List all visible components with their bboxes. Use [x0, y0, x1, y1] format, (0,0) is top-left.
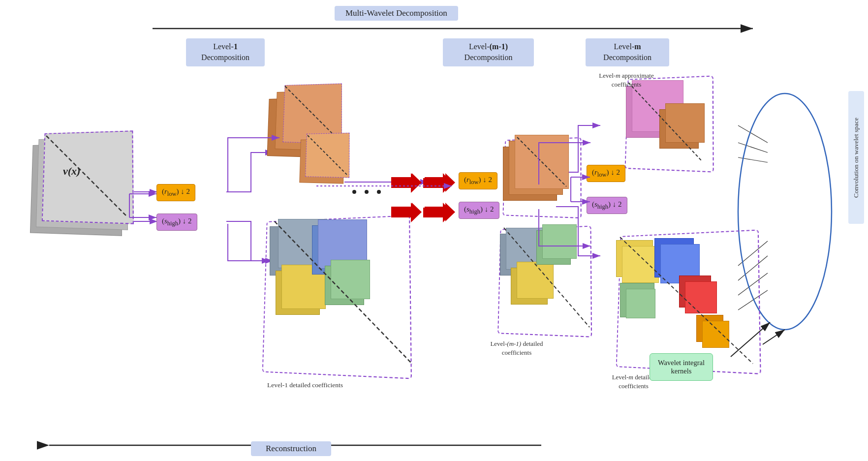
lm-detail-orange2 [702, 321, 729, 348]
bottom-reconstruction-label: Reconstruction [251, 441, 331, 456]
lm-approx-label: Level-m approximatecoefficients [585, 71, 668, 89]
svg-line-17 [738, 143, 768, 153]
svg-marker-29 [391, 173, 422, 192]
lm1-detail-yellow2 [517, 262, 554, 299]
svg-marker-32 [425, 203, 455, 221]
vx-label: v(x) [63, 165, 80, 178]
levelm1-label: Level-(m-1)Decomposition [443, 38, 534, 66]
svg-marker-30 [425, 173, 455, 192]
lm-detail-yellow2 [622, 246, 659, 283]
svg-marker-12 [391, 173, 421, 193]
l1-detail-green2 [331, 260, 370, 299]
levelm1-label-text: Level-(m-1)Decomposition [465, 42, 513, 61]
svg-point-9 [365, 190, 369, 194]
input-layer-front [42, 130, 134, 224]
filter-shigh1: (shigh) ↓ 2 [156, 214, 197, 231]
lm1-approx-front [515, 135, 569, 189]
top-decomposition-label: Multi-Wavelet Decomposition [335, 6, 458, 21]
svg-line-16 [738, 125, 768, 143]
svg-line-18 [738, 157, 768, 162]
diagram-container: Multi-Wavelet Decomposition Level-1Decom… [0, 0, 868, 461]
svg-point-8 [352, 190, 356, 194]
svg-marker-15 [423, 203, 453, 222]
levelm-label: Level-mDecomposition [586, 38, 669, 66]
filter-rlow-m: (rlow) ↓ 2 [587, 165, 625, 182]
kernels-box: Wavelet integralkernels [650, 353, 713, 381]
svg-marker-13 [423, 173, 453, 193]
filter-shigh-m: (shigh) ↓ 2 [587, 197, 627, 214]
l1-detail-label: Level-1 detailed coefficients [231, 381, 379, 389]
level1-label: Level-1Decomposition [186, 38, 265, 66]
svg-point-10 [377, 190, 381, 194]
l1-approx2-front [305, 133, 349, 178]
filter-shigh-m1: (shigh) ↓ 2 [459, 202, 499, 219]
filter-rlow-m1: (rlow) ↓ 2 [459, 172, 497, 189]
lm1-detail-label: Level-(m-1) detailedcoefficients [467, 339, 566, 357]
svg-line-24 [763, 330, 785, 344]
level1-label-text: Level-1Decomposition [201, 42, 249, 61]
convolution-label: Convolution on wavelet space [848, 91, 864, 224]
lm1-detail-green2 [542, 224, 577, 259]
lm-detail-green2 [626, 289, 655, 318]
filter-rlow1: (rlow) ↓ 2 [156, 184, 195, 201]
lm-detail-red2 [685, 281, 717, 313]
lm-approx-orange2 [665, 103, 705, 143]
rlow-red-arrows [391, 173, 455, 192]
levelm-label-text: Level-mDecomposition [603, 42, 651, 61]
